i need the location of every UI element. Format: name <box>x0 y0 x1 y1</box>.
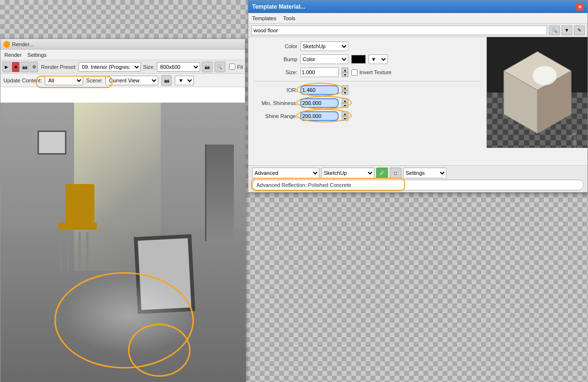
render-toolbar: ▶ ■ 📷 ⚙ Render Preset: 09. Interior (Pro… <box>0 60 245 74</box>
shine-range-spinner: ▲ ▼ <box>342 111 348 121</box>
min-shininess-input[interactable] <box>300 98 339 108</box>
search-extra-btn[interactable]: ✎ <box>574 26 585 35</box>
shine-range-spin-down[interactable]: ▼ <box>342 116 348 121</box>
picture-frame <box>38 131 66 155</box>
dialog-main: Color SketchUp Bump Color ▼ Size: ▲ <box>248 37 588 148</box>
size-label: Size: <box>143 64 154 70</box>
toolbar-btn-1[interactable]: ▶ <box>2 62 11 72</box>
dialog-title: Template Material... <box>252 3 305 10</box>
toolbar-btn-4[interactable]: ⚙ <box>30 62 38 72</box>
search-dropdown-btn[interactable]: ▼ <box>562 26 572 35</box>
fit-label: Fit <box>237 64 243 70</box>
size-input[interactable] <box>300 67 339 77</box>
apply-button[interactable]: ✓ <box>376 168 388 178</box>
render-canvas <box>0 103 246 382</box>
size-spin-up[interactable]: ▲ <box>342 67 348 72</box>
bump-select[interactable]: Color <box>300 54 348 64</box>
menu-templates[interactable]: Templates <box>252 15 276 21</box>
bump-row: Bump Color ▼ <box>254 54 481 65</box>
shine-range-spin-up[interactable]: ▲ <box>342 111 348 116</box>
shine-range-row: Shine Range: ▲ ▼ <box>254 111 481 121</box>
separator-1 <box>254 81 481 81</box>
ior-input[interactable] <box>300 85 339 95</box>
shine-range-label: Shine Range: <box>254 113 297 119</box>
square-btn[interactable]: □ <box>390 168 401 178</box>
bottom-row2: Advanced Reflection::Polished Concrete <box>252 180 584 190</box>
toolbar-btn-2[interactable]: ■ <box>12 62 20 72</box>
render-titlebar: Render... <box>0 39 245 50</box>
bottom-row1: Advanced SketchUp ✓ □ Settings <box>252 168 584 178</box>
dialog-menubar: Templates Tools <box>248 13 588 24</box>
dialog-titlebar: Template Material... ✕ <box>248 0 588 13</box>
render-icon <box>3 41 10 48</box>
preview-panel: 1 <box>486 37 588 148</box>
bottom-settings-select[interactable]: Settings <box>403 168 447 178</box>
menu-render[interactable]: Render <box>4 52 22 58</box>
render-title: Render... <box>3 41 34 48</box>
ior-spinner: ▲ ▼ <box>342 85 348 95</box>
render-window: Render... Render Settings ▶ ■ 📷 ⚙ Render… <box>0 39 245 382</box>
toolbar-extra-1[interactable]: 📷 <box>202 62 213 72</box>
invert-texture-checkbox[interactable] <box>351 69 358 76</box>
svg-text:1: 1 <box>566 127 582 148</box>
color-select[interactable]: SketchUp <box>300 41 348 51</box>
dialog-bottom: Advanced SketchUp ✓ □ Settings Advanced … <box>248 165 588 192</box>
invert-texture-row: Invert Texture <box>351 69 391 76</box>
ior-label: IOR: <box>254 87 297 93</box>
chair-leg2 <box>67 232 69 271</box>
render-menubar: Render Settings <box>0 50 245 60</box>
bottom-sketchup-select[interactable]: SketchUp <box>321 168 374 178</box>
shine-range-input[interactable] <box>300 111 339 121</box>
size-spin-down[interactable]: ▼ <box>342 72 348 77</box>
properties-panel: Color SketchUp Bump Color ▼ Size: ▲ <box>248 37 486 148</box>
reflection-bar: Advanced Reflection::Polished Concrete <box>252 180 584 190</box>
render-preset-select[interactable]: 09. Interior (Progres: <box>78 62 141 72</box>
preview-cube: 1 <box>487 37 588 148</box>
min-shininess-spin-down[interactable]: ▼ <box>342 103 348 108</box>
camera-btn[interactable]: 📷 <box>161 75 172 86</box>
min-shininess-spinner: ▲ ▼ <box>342 98 348 108</box>
size-row: Size: ▲ ▼ Invert Texture <box>254 67 481 78</box>
bump-extra-select[interactable]: ▼ <box>369 54 388 64</box>
min-shininess-label: Min. Shininess: <box>254 100 297 106</box>
fit-checkbox[interactable] <box>229 64 235 70</box>
dialog-close-button[interactable]: ✕ <box>576 3 584 11</box>
search-button[interactable]: 🔍 <box>549 26 560 35</box>
min-shininess-row: Min. Shininess: ▲ ▼ <box>254 98 481 108</box>
invert-texture-label: Invert Texture <box>359 69 391 75</box>
search-input[interactable] <box>251 26 547 35</box>
toolbar-extra-2[interactable]: 🔍 <box>215 62 225 72</box>
menu-tools[interactable]: Tools <box>283 15 295 21</box>
update-content-select[interactable]: All <box>45 76 83 85</box>
chair-leg1 <box>59 232 62 271</box>
color-label: Color <box>254 43 297 49</box>
svg-point-3 <box>533 66 557 85</box>
options-row2: Update Content: All Scene: Current View … <box>0 74 245 87</box>
floor-spot <box>62 277 197 355</box>
chair-seat <box>58 223 97 230</box>
size-select[interactable]: 800x600 <box>157 62 200 72</box>
bottom-advanced-select[interactable]: Advanced <box>252 168 320 178</box>
scene-select[interactable]: Current View <box>105 76 158 85</box>
min-shininess-spin-up[interactable]: ▲ <box>342 98 348 103</box>
render-preset-label: Render Preset: <box>41 64 77 70</box>
ior-spin-up[interactable]: ▲ <box>342 85 348 90</box>
ior-row: IOR: ▲ ▼ <box>254 85 481 95</box>
color-row: Color SketchUp <box>254 41 481 52</box>
ior-spin-down[interactable]: ▼ <box>342 90 348 95</box>
toolbar-btn-3[interactable]: 📷 <box>21 62 29 72</box>
bump-label: Bump <box>254 56 297 62</box>
scene-label: Scene: <box>86 78 102 83</box>
chair-leg4 <box>86 232 89 271</box>
size-spinner: ▲ ▼ <box>342 67 348 77</box>
staircase <box>205 145 234 241</box>
chair-back <box>65 184 94 227</box>
view-select[interactable]: ▼ <box>175 76 194 85</box>
scene-chair <box>49 184 106 271</box>
scene-bg <box>0 103 246 382</box>
template-dialog: Template Material... ✕ Templates Tools 🔍… <box>248 0 588 193</box>
bump-color-swatch[interactable] <box>351 55 366 64</box>
update-content-label: Update Content: <box>3 78 42 83</box>
menu-settings[interactable]: Settings <box>27 52 47 58</box>
search-bar: 🔍 ▼ ✎ <box>248 24 588 37</box>
